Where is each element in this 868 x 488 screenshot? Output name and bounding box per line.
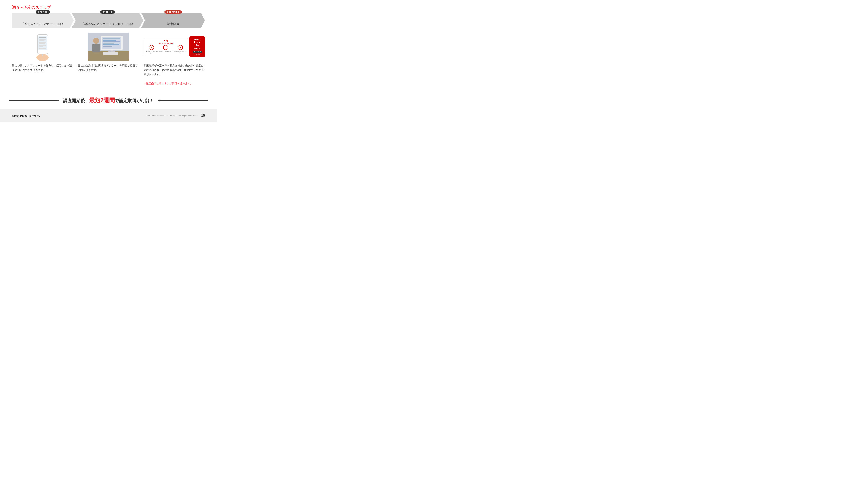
col-3-desc1: 調査結果が一定水準を超えた場合、働きがい認定企業に選出され、各種広報素材の提供G… xyxy=(144,64,204,76)
svg-rect-27 xyxy=(108,52,115,52)
col-1-image xyxy=(12,33,73,61)
svg-rect-26 xyxy=(111,50,113,52)
gptw-badge: Great Place To Work. Certified JAPAN xyxy=(189,36,205,57)
cert-text-2: 職場に対する所属感が高い xyxy=(159,51,172,52)
banner-highlight: 最短2週間 xyxy=(89,97,115,103)
svg-rect-21 xyxy=(103,40,116,41)
footer-right: Great Place To Work® Institute Japan. Al… xyxy=(146,113,205,118)
svg-rect-8 xyxy=(39,39,46,40)
svg-rect-28 xyxy=(103,52,118,55)
col-2: 貴社の企業情報に関するアンケートを調査ご担当者に回答頂きます。 xyxy=(78,33,139,86)
svg-point-29 xyxy=(93,38,99,44)
col-3: 働きがいポイント TOP3 1 仕事に行くことが楽しみである 2 職場に対する所… xyxy=(144,33,205,86)
cert-num-1: 1 xyxy=(151,46,152,49)
svg-rect-30 xyxy=(92,44,100,53)
svg-rect-22 xyxy=(103,41,120,42)
arrow-left xyxy=(9,100,59,101)
content-row: 貴社で働く人へアンケートを配布し、指定した２週間の期間内で回答頂きます。 xyxy=(12,33,205,86)
cert-text-1: 仕事に行くことが楽しみである xyxy=(145,51,158,54)
computer-photo xyxy=(88,33,129,61)
step-1-badge: STEP 01 xyxy=(36,10,50,14)
cert-item-2: 2 職場に対する所属感が高い xyxy=(159,45,173,54)
gptw-line2: Place xyxy=(194,41,200,43)
footer-logo: Great Place To Work. xyxy=(12,114,40,117)
footer-copyright: Great Place To Work® Institute Japan. Al… xyxy=(146,115,197,117)
svg-rect-12 xyxy=(39,45,46,46)
cert-num-3: 3 xyxy=(180,46,181,49)
gptw-line4: Work. xyxy=(194,47,200,50)
banner-after: で認定取得が可能！ xyxy=(115,98,154,103)
svg-rect-9 xyxy=(39,40,44,41)
gptw-japan-label: JAPAN xyxy=(195,54,199,55)
gptw-certified-label: Certified xyxy=(193,51,202,53)
footer-page-number: 15 xyxy=(201,113,205,118)
cert-num-2: 2 xyxy=(165,46,166,49)
svg-rect-25 xyxy=(103,46,112,46)
steps-container: STEP 01 「働く人へのアンケート」回答 STEP 02 「会社へのアンケー… xyxy=(12,13,205,28)
svg-rect-20 xyxy=(103,38,120,39)
gptw-text: Great Place To Work. xyxy=(194,38,200,50)
step-2-label: 「会社へのアンケート（Part1）」回答 xyxy=(81,22,134,26)
col-2-text: 貴社の企業情報に関するアンケートを調査ご担当者に回答頂きます。 xyxy=(78,63,139,72)
cert-item-1: 1 仕事に行くことが楽しみである xyxy=(145,45,158,54)
crown-icon xyxy=(164,40,168,42)
svg-rect-10 xyxy=(39,42,46,43)
step-3-label: 認定取得 xyxy=(167,22,179,26)
col-3-desc2: →認定企業はランキング評価へ進みます。 xyxy=(144,82,193,85)
step-1-label: 「働く人へのアンケート」回答 xyxy=(22,22,64,26)
gptw-line1: Great xyxy=(194,38,200,41)
svg-point-15 xyxy=(42,55,43,56)
bottom-banner: 調査開始後、最短2週間で認定取得が可能！ xyxy=(0,94,217,107)
step-3: CERTIFIED 認定取得 xyxy=(141,13,205,28)
gptw-line3: To xyxy=(196,44,199,46)
banner-before: 調査開始後、 xyxy=(63,98,89,103)
svg-rect-23 xyxy=(103,43,114,43)
col-1: 貴社で働く人へアンケートを配布し、指定した２週間の期間内で回答頂きます。 xyxy=(12,33,73,86)
cert-text-3: 経営すべき人が活躍している xyxy=(174,51,187,54)
svg-marker-31 xyxy=(164,40,167,42)
banner-text: 調査開始後、最短2週間で認定取得が可能！ xyxy=(63,97,154,104)
phone-icon xyxy=(33,33,52,61)
cert-card: 働きがいポイント TOP3 1 仕事に行くことが楽しみである 2 職場に対する所… xyxy=(144,38,188,55)
col-1-text: 貴社で働く人へアンケートを配布し、指定した２週間の期間内で回答頂きます。 xyxy=(12,63,73,72)
cert-items: 1 仕事に行くことが楽しみである 2 職場に対する所属感が高い 3 xyxy=(145,45,187,54)
page-title: 調査～認定のステップ xyxy=(12,5,51,10)
col-3-image: 働きがいポイント TOP3 1 仕事に行くことが楽しみである 2 職場に対する所… xyxy=(144,33,205,61)
svg-rect-13 xyxy=(39,46,43,47)
svg-rect-7 xyxy=(39,37,46,38)
step-2: STEP 02 「会社へのアンケート（Part1）」回答 xyxy=(72,13,143,28)
cert-card-title: 働きがいポイント TOP3 xyxy=(159,43,173,44)
arrow-right xyxy=(158,100,208,101)
svg-rect-6 xyxy=(38,36,47,50)
svg-rect-14 xyxy=(39,48,46,49)
svg-rect-24 xyxy=(103,44,119,45)
col-3-text-1: 調査結果が一定水準を超えた場合、働きがい認定企業に選出され、各種広報素材の提供G… xyxy=(144,63,205,86)
step-2-badge: STEP 02 xyxy=(100,10,115,14)
cert-item-3: 3 経営すべき人が活躍している xyxy=(174,45,187,54)
svg-rect-11 xyxy=(39,43,45,44)
footer: Great Place To Work. Great Place To Work… xyxy=(0,109,217,122)
step-1: STEP 01 「働く人へのアンケート」回答 xyxy=(12,13,74,28)
step-3-badge: CERTIFIED xyxy=(164,10,182,14)
col-2-image xyxy=(78,33,139,61)
